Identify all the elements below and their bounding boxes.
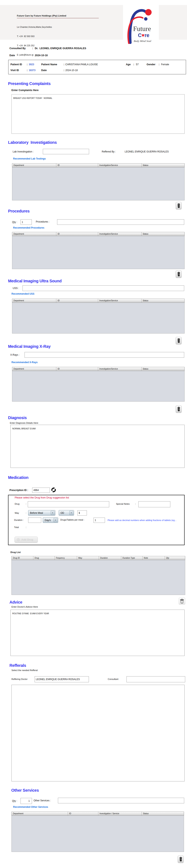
duration-unit-select[interactable]: Day/s	[43, 517, 58, 523]
xray-field-label: X-Rays :	[10, 353, 20, 356]
column-header: Duration Type	[121, 556, 143, 560]
other-services-heading: Other Services	[11, 788, 39, 793]
consulted-by-label: Consulted By	[9, 47, 26, 50]
reffering-doctor-label: Reffering Doctor	[11, 678, 28, 680]
advice-heading: Advice	[9, 600, 22, 604]
uss-field-label: USS :	[13, 287, 19, 289]
column-header: ID	[56, 367, 98, 371]
complaints-label: Enter Complaints Here	[11, 89, 39, 92]
column-header: Status	[142, 232, 185, 236]
phone-line-1: T: +24 82 593 593	[17, 35, 52, 38]
procedures-field-label: Procedures :	[36, 220, 49, 223]
gender-colon: :	[159, 63, 159, 66]
procedures-table-body	[12, 236, 185, 269]
drug-list-table: Drug ID Drug Fequency Way Duration Durat…	[11, 556, 185, 595]
procedures-table-header: Department ID Investigation/Service Stat…	[12, 232, 185, 236]
other-services-input[interactable]	[58, 798, 184, 803]
add-drug-button[interactable]: Add Drug	[14, 536, 38, 543]
age-label: Age	[126, 63, 131, 66]
procedures-input[interactable]	[57, 219, 184, 225]
special-notes-input[interactable]	[138, 501, 170, 507]
consultation-page: Future Care by Future Holdings (Pty) Lim…	[0, 0, 187, 868]
refferals-heading: Refferals	[9, 663, 26, 668]
drug-label: Drug	[15, 503, 20, 505]
drug-list-label: Drug List	[10, 551, 21, 553]
patient-name-label: Patient Name	[41, 63, 57, 66]
uss-delete-button[interactable]	[176, 337, 182, 344]
gender-label: Gender	[147, 63, 155, 66]
recommended-other-link[interactable]: Recommended Other Services	[13, 806, 48, 808]
recommended-uss-link[interactable]: Recommended USS	[11, 292, 34, 295]
prescription-id-label: Prescription ID :	[9, 489, 28, 492]
column-header: ID	[56, 299, 98, 303]
patient-date-label: Date	[41, 69, 47, 72]
frequency-select[interactable]: OD	[59, 510, 74, 516]
other-delete-button[interactable]	[178, 856, 184, 863]
diagnosis-heading: Diagnosis	[8, 415, 27, 420]
recommended-procedures-link[interactable]: Recommended Procedures	[13, 226, 44, 229]
future-care-logo: Future C♥re Body Mind Soul	[124, 7, 158, 44]
logo-red-dot	[145, 9, 152, 16]
way-qty-input[interactable]	[77, 510, 87, 516]
reffering-doctor-input[interactable]	[35, 676, 89, 682]
xray-heading: Medical Imaging X-Ray	[8, 344, 51, 349]
xray-input[interactable]	[25, 352, 184, 358]
drug-colon: :	[26, 503, 26, 505]
other-qty-input[interactable]	[21, 798, 32, 804]
column-header: Investigation/Service	[98, 367, 142, 371]
duration-unit-value: Day/s	[45, 519, 51, 522]
column-header: Qty	[165, 556, 185, 560]
other-field-label: Other Services :	[34, 799, 51, 802]
column-header: Investigation/Service	[98, 299, 142, 303]
logo-care-c: C	[138, 32, 142, 38]
logo-blue-dot	[144, 17, 148, 21]
procedures-heading: Procedures	[8, 209, 30, 214]
column-header: Department	[12, 367, 56, 371]
lab-delete-button[interactable]	[176, 202, 182, 209]
procedures-qty-input[interactable]	[21, 219, 32, 225]
trash-icon	[179, 857, 183, 862]
advice-delete-button[interactable]	[179, 598, 185, 604]
lab-investigation-input[interactable]	[43, 149, 89, 154]
visit-date-value: 2024-10-18	[35, 54, 48, 57]
company-underline	[17, 18, 99, 18]
refferals-label: Select the needed Refferal	[11, 669, 38, 672]
patient-id-colon: :	[27, 63, 28, 66]
way-select[interactable]: Before Meal	[28, 510, 55, 516]
consultant-input[interactable]	[126, 676, 185, 682]
xray-delete-button[interactable]	[176, 405, 182, 413]
age-value: 57	[136, 63, 139, 66]
column-header: Department	[12, 163, 56, 167]
per-meal-input[interactable]	[94, 518, 105, 523]
column-header: Status	[142, 163, 185, 167]
column-header: Investigation/Service	[98, 232, 142, 236]
special-notes-colon: :	[135, 503, 136, 505]
column-header: Status	[142, 299, 185, 303]
recommended-lab-link[interactable]: Recommended Lab Testings	[13, 157, 46, 160]
way-label: Way	[15, 512, 19, 514]
patient-id-value: 3023	[29, 63, 34, 66]
advice-textarea[interactable]: ROUTINE GYNAE EXAM EVERY YEAR	[10, 610, 185, 656]
uss-input[interactable]	[23, 285, 184, 291]
uss-table-body	[12, 303, 185, 334]
column-header: Duration	[99, 556, 121, 560]
procedures-table: Department ID Investigation/Service Stat…	[12, 232, 185, 269]
column-header: Department	[12, 299, 56, 303]
xray-table: Department ID Investigation/Service Stat…	[12, 367, 185, 402]
recommended-xray-link[interactable]: Recommended X-Rays	[11, 361, 38, 364]
column-header: Investigation/Service	[98, 163, 142, 167]
prescription-id-input[interactable]	[32, 488, 50, 493]
procedures-delete-button[interactable]	[176, 271, 182, 278]
other-services-table: Department ID Investigation / Service St…	[11, 812, 184, 852]
duration-input[interactable]	[28, 517, 41, 523]
refresh-icon[interactable]	[51, 487, 57, 493]
column-header: Investigation / Service	[98, 812, 142, 815]
column-header: Status	[142, 367, 185, 371]
diagnosis-textarea[interactable]: NORMAL BREAST EXAM	[10, 425, 185, 468]
patient-date-value: 2024-10-18	[65, 69, 78, 72]
lab-reffered-label: Reffered By :	[102, 150, 116, 153]
add-drug-label: Add Drug	[21, 538, 33, 541]
drug-input[interactable]	[28, 501, 109, 507]
complaints-textarea[interactable]: BREAST USS REPORT TODAY : NORMAL	[11, 94, 185, 134]
complaints-heading: Presenting Complaints	[8, 81, 51, 86]
